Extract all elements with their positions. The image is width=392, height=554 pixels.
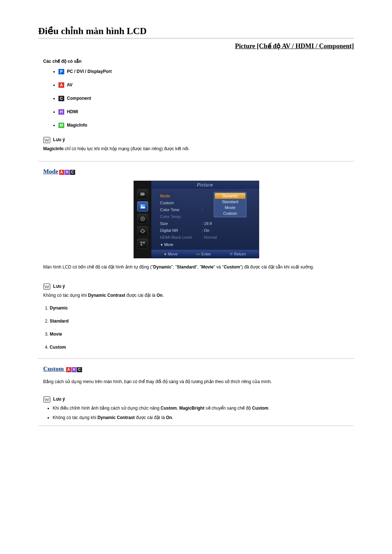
mode-option: Movie [50, 332, 354, 337]
osd-tab-picture-icon [137, 201, 148, 212]
mode-item-hdmi: H HDMI [58, 109, 354, 115]
custom-section-title: Custom [43, 365, 65, 372]
osd-labels-col: Mode Custom Color Tone Color Temp. Size … [160, 193, 202, 240]
mode-item-label: AV [67, 82, 73, 87]
note-header: Lưu ý [43, 396, 354, 403]
c-icon: C [58, 96, 64, 101]
note-label: Lưu ý [53, 397, 65, 402]
section-divider [38, 358, 354, 359]
modes-header: Các chế độ có sẵn [43, 59, 354, 64]
custom-description: Bằng cách sử dụng menu trên màn hình, bạ… [43, 378, 349, 385]
mode-option: Dynamic [50, 305, 354, 311]
note-header: Lưu ý [43, 137, 354, 143]
h-icon: H [72, 367, 77, 372]
section-divider [38, 426, 354, 426]
osd-row-label: Size [160, 221, 202, 226]
osd-row-label: Mode [160, 193, 202, 199]
a-icon: A [59, 170, 64, 175]
osd-tab-multi-icon [137, 238, 148, 249]
osd-row-label: HDMI Black Level [160, 234, 202, 240]
note-label: Lưu ý [53, 137, 65, 142]
mode-item-label: Component [67, 96, 91, 101]
osd-footer-move: ♦Move [164, 251, 177, 257]
osd-tab-sound-icon [137, 214, 148, 224]
custom-note-item: Khi điều chỉnh hình ảnh bằng cách sử dụn… [53, 405, 354, 412]
osd-row-label: Custom [160, 200, 202, 206]
note-icon [43, 283, 50, 290]
mode-item-av: A AV [58, 82, 354, 88]
osd-tab-setup-icon [137, 226, 148, 236]
custom-section-link[interactable]: Custom AHC [43, 365, 354, 373]
mode-item-component: C Component [58, 96, 354, 101]
a-icon: A [58, 82, 64, 88]
osd-popup-item: Standard [214, 199, 246, 205]
note-text: MagicInfo chỉ có hiệu lực khi một hộp mạ… [43, 145, 354, 152]
osd-values-col: Dynamic Standard Movie Custom : : 16:9 :… [202, 193, 254, 240]
mode-description: Màn hình LCD có bốn chế độ cài đặt hình … [43, 263, 349, 271]
osd-menu-image: Picture Mode Custom Color Tone Color Tem… [134, 181, 258, 258]
osd-row-value: : On [202, 227, 254, 233]
mode-item-label: MagicInfo [67, 123, 87, 128]
osd-row-label: Color Temp. [160, 214, 202, 219]
c-icon: C [70, 170, 75, 175]
mode-option: Standard [50, 319, 354, 324]
svg-point-2 [141, 205, 143, 206]
osd-footer: ♦Move ▭Enter ↺Return [151, 250, 259, 258]
svg-rect-6 [140, 242, 142, 243]
mode-options-list: Dynamic Standard Movie Custom [50, 305, 354, 350]
osd-popup-item: Custom [214, 210, 246, 216]
mode-option: Custom [50, 345, 354, 350]
svg-point-4 [142, 218, 143, 219]
osd-popup-item: Dynamic [215, 193, 245, 199]
m-icon: M [58, 123, 64, 128]
mode-item-label: HDMI [67, 109, 78, 114]
mode-item-magicinfo: M MagicInfo [58, 123, 354, 128]
p-icon: P [58, 69, 64, 74]
note-icon [43, 137, 50, 143]
note-label: Lưu ý [53, 284, 65, 289]
osd-mode-popup: Dynamic Standard Movie Custom [214, 192, 246, 217]
osd-footer-return: ↺Return [229, 252, 246, 257]
osd-title: Picture [151, 181, 259, 189]
svg-rect-7 [143, 242, 145, 243]
note-text: Không có tác dụng khi Dynamic Contrast đ… [43, 292, 354, 299]
svg-rect-8 [140, 244, 142, 246]
osd-popup-item: Movie [214, 205, 246, 210]
c-icon: C [77, 367, 82, 372]
custom-note-item: Không có tác dụng khi Dynamic Contrast đ… [53, 414, 354, 421]
osd-row-value: : 16:9 [202, 221, 254, 226]
osd-sidebar [134, 181, 151, 258]
page-title: Điều chỉnh màn hình LCD [38, 25, 354, 37]
osd-row-value: : Normal [202, 234, 254, 240]
osd-tab-input-icon [137, 189, 148, 199]
osd-main: Picture Mode Custom Color Tone Color Tem… [151, 181, 259, 258]
osd-footer-enter: ▭Enter [196, 251, 211, 257]
osd-row-label: Digital NR [160, 227, 202, 233]
custom-note-list: Khi điều chỉnh hình ảnh bằng cách sử dụn… [53, 405, 354, 421]
mode-section-link[interactable]: Mode AHC [43, 168, 354, 176]
picture-subtitle: Picture [Chế độ AV / HDMI / Component] [38, 42, 354, 50]
h-icon: H [58, 109, 64, 115]
h-icon: H [65, 170, 70, 175]
available-modes-list: P PC / DVI / DisplayPort A AV C Componen… [38, 69, 354, 128]
svg-point-5 [141, 230, 144, 233]
osd-row-label: Color Tone [160, 207, 202, 213]
section-divider [38, 161, 354, 161]
mode-item-pc: P PC / DVI / DisplayPort [58, 69, 354, 74]
osd-more: More [151, 241, 259, 250]
mode-section-title: Mode [43, 168, 58, 175]
note-header: Lưu ý [43, 283, 354, 290]
a-icon: A [66, 367, 71, 372]
mode-item-label: PC / DVI / DisplayPort [67, 69, 111, 74]
title-divider [38, 38, 354, 38]
note-icon [43, 396, 50, 403]
